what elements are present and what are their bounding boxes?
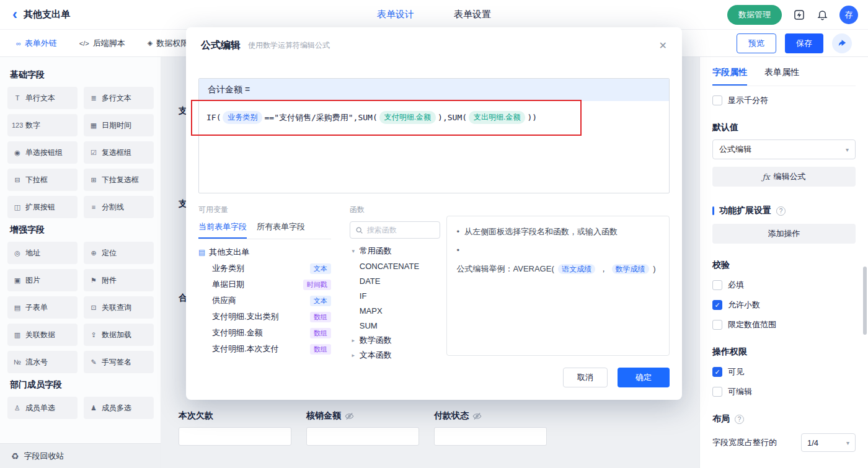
cancel-button[interactable]: 取消 xyxy=(563,368,608,387)
function-item[interactable]: CONCATENATE xyxy=(350,258,440,273)
field-label: 付款状态 xyxy=(434,410,469,422)
formula-token[interactable]: )) xyxy=(527,113,537,122)
field-type-button[interactable]: ≣ 多行文本 xyxy=(84,87,154,109)
field-type-button[interactable]: T 单行文本 xyxy=(7,87,78,109)
function-search[interactable] xyxy=(350,221,440,239)
back-icon[interactable]: ‹ xyxy=(12,7,17,22)
formula-token[interactable]: 业务类别 xyxy=(223,111,262,124)
function-item[interactable]: ▾ 常用函数 xyxy=(350,244,440,258)
field-type-button[interactable]: ⊕ 定位 xyxy=(84,242,154,264)
variable-item[interactable]: 支付明细.支出类别 数组 xyxy=(198,309,331,325)
function-item[interactable]: ▸ 文本函数 xyxy=(350,348,440,363)
field-type-button[interactable]: ⚑ 附件 xyxy=(84,269,154,291)
validation-checkbox-row[interactable]: 必填 xyxy=(712,280,856,291)
function-item[interactable]: IF xyxy=(350,288,440,303)
validation-checkbox-row[interactable]: 允许小数 xyxy=(712,299,856,311)
variable-item[interactable]: 供应商 文本 xyxy=(198,293,331,309)
form-field[interactable]: 核销金额 xyxy=(306,410,419,446)
close-icon[interactable]: ✕ xyxy=(659,40,667,51)
field-input[interactable] xyxy=(179,427,291,446)
field-type-button[interactable]: ⊞ 下拉复选框 xyxy=(84,169,154,191)
add-operation-button[interactable]: 添加操作 xyxy=(712,224,856,244)
field-type-button[interactable]: ◎ 地址 xyxy=(7,242,78,264)
variable-item[interactable]: 业务类别 文本 xyxy=(198,260,331,276)
function-item[interactable]: ▸ 数学函数 xyxy=(350,333,440,348)
formula-expression[interactable]: IF( 业务类别 =="支付销售/采购费用",SUM( 支付明细.金额 ),SU… xyxy=(199,101,669,134)
avatar[interactable]: 存 xyxy=(839,6,858,24)
header-tab[interactable]: 表单设置 xyxy=(454,9,491,20)
field-type-button[interactable]: ≡ 分割线 xyxy=(84,196,154,218)
checkbox[interactable] xyxy=(712,320,722,330)
field-type-button[interactable]: ♙ 成员单选 xyxy=(7,397,78,419)
field-input[interactable] xyxy=(434,427,547,446)
variables-tab[interactable]: 当前表单字段 xyxy=(198,221,247,239)
share-icon[interactable] xyxy=(832,33,852,53)
function-item[interactable]: SUM xyxy=(350,318,440,333)
checkbox[interactable] xyxy=(712,367,722,377)
field-type-button[interactable]: ◫ 扩展按钮 xyxy=(7,196,78,218)
field-type-button[interactable]: ⊡ 关联查询 xyxy=(84,296,154,319)
flash-icon[interactable] xyxy=(793,9,805,21)
field-type-button[interactable]: ♟ 成员多选 xyxy=(84,397,154,419)
function-item-label: 常用函数 xyxy=(360,245,392,257)
field-type-button[interactable]: ⇪ 数据加载 xyxy=(84,324,154,346)
recycle-bin-button[interactable]: ♻ 字段回收站 xyxy=(0,443,161,468)
field-type-button[interactable]: ▣ 图片 xyxy=(7,269,78,291)
formula-token[interactable]: 支出明细.金额 xyxy=(469,111,525,124)
member-field-grid: ♙ 成员单选 ♟ 成员多选 xyxy=(7,397,153,419)
data-manage-button[interactable]: 数据管理 xyxy=(727,5,782,25)
function-item[interactable]: MAPX xyxy=(350,303,440,318)
checkbox[interactable] xyxy=(712,280,722,290)
toolbar-link[interactable]: </> 后端脚本 xyxy=(79,38,125,49)
properties-tab[interactable]: 表单属性 xyxy=(764,67,799,86)
variable-item[interactable]: 单据日期 时间戳 xyxy=(198,276,331,293)
formula-token[interactable]: IF( xyxy=(206,113,221,122)
function-search-input[interactable] xyxy=(367,226,435,234)
field-type-button[interactable]: № 流水号 xyxy=(7,351,78,373)
permission-checkbox-row[interactable]: 可编辑 xyxy=(712,386,856,397)
confirm-button[interactable]: 确定 xyxy=(618,368,670,387)
variable-item[interactable]: 支付明细.本次支付 数组 xyxy=(198,341,331,357)
checkbox[interactable] xyxy=(712,95,722,105)
field-type-button[interactable]: ◉ 单选按钮组 xyxy=(7,141,78,164)
properties-tab[interactable]: 字段属性 xyxy=(712,67,747,86)
toolbar-link-icon: ∞ xyxy=(16,40,21,47)
bell-icon[interactable] xyxy=(817,9,828,20)
variables-tab[interactable]: 所有表单字段 xyxy=(257,221,305,239)
help-icon[interactable]: ? xyxy=(776,206,786,216)
field-input[interactable] xyxy=(306,427,419,446)
formula-token[interactable]: =="支付销售/采购费用",SUM( xyxy=(264,112,377,123)
formula-token[interactable]: 支付明细.金额 xyxy=(379,111,436,124)
toolbar-link[interactable]: ∞ 表单外链 xyxy=(16,38,57,49)
field-type-button[interactable]: 123 数字 xyxy=(7,114,78,136)
field-type-button[interactable]: ▦ 日期时间 xyxy=(84,114,154,136)
validation-checkbox-row[interactable]: 限定数值范围 xyxy=(712,319,856,330)
toolbar-link[interactable]: ◈ 数据权限 xyxy=(148,38,188,49)
form-field[interactable]: 本次欠款 xyxy=(179,410,291,446)
field-type-button[interactable]: ✎ 手写签名 xyxy=(84,351,154,373)
header-tab[interactable]: 表单设计 xyxy=(377,9,414,20)
preview-button[interactable]: 预览 xyxy=(737,33,776,53)
default-value-select[interactable]: 公式编辑 ▾ xyxy=(712,139,856,159)
form-field[interactable]: 付款状态 xyxy=(434,410,547,446)
layout-width-select[interactable]: 1/4 ▾ xyxy=(801,433,856,452)
formula-editor[interactable]: 合计金额 = IF( 业务类别 =="支付销售/采购费用",SUM( 支付明细.… xyxy=(198,78,670,193)
toolbar-link-label: 后端脚本 xyxy=(93,38,125,49)
field-type-button[interactable]: ⊟ 下拉框 xyxy=(7,169,78,191)
edit-formula-button[interactable]: ƒx 编辑公式 xyxy=(712,167,856,187)
save-button[interactable]: 保存 xyxy=(785,33,823,53)
variable-item[interactable]: 支付明细.金额 数组 xyxy=(198,325,331,341)
canvas-field-row: 本次欠款 核销金额 付款状态 xyxy=(179,410,547,446)
scrollbar-thumb[interactable] xyxy=(863,267,867,335)
field-type-button[interactable]: ▤ 子表单 xyxy=(7,296,78,319)
field-type-button[interactable]: ▥ 关联数据 xyxy=(7,324,78,346)
field-type-button[interactable]: ☑ 复选框组 xyxy=(84,141,154,164)
function-item[interactable]: DATE xyxy=(350,273,440,288)
formula-token[interactable]: ),SUM( xyxy=(438,113,467,122)
tree-root-node[interactable]: ▤ 其他支出单 xyxy=(198,244,331,260)
permission-checkbox-row[interactable]: 可见 xyxy=(712,366,856,377)
checkbox[interactable] xyxy=(712,387,722,397)
help-icon[interactable]: ? xyxy=(735,415,744,424)
checkbox[interactable] xyxy=(712,300,722,310)
thousand-separator-row[interactable]: 显示千分符 xyxy=(712,95,856,106)
